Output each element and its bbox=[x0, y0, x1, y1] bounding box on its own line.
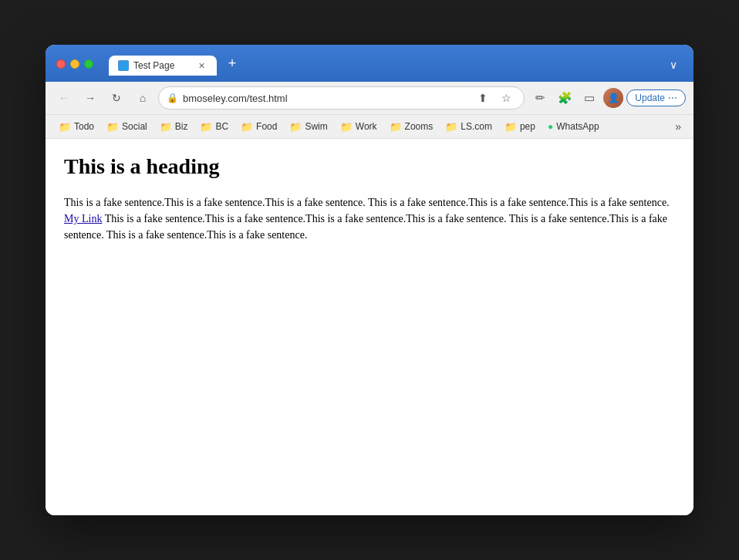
edit-button[interactable]: ✏ bbox=[529, 87, 551, 109]
page-heading: This is a heading bbox=[64, 154, 675, 179]
folder-icon: 📁 bbox=[160, 121, 172, 133]
tab-favicon bbox=[118, 60, 129, 71]
address-actions: ⬆ ☆ bbox=[473, 88, 516, 108]
tab-close-button[interactable]: ✕ bbox=[195, 59, 208, 72]
bookmark-social[interactable]: 📁 Social bbox=[101, 119, 153, 135]
nav-bar: ← → ↻ ⌂ 🔒 bmoseley.com/test.html ⬆ ☆ ✏ 🧩… bbox=[46, 82, 693, 115]
bookmark-swim-label: Swim bbox=[305, 121, 327, 132]
avatar-image: 👤 bbox=[603, 88, 623, 108]
sidebar-button[interactable]: ▭ bbox=[579, 87, 600, 109]
bookmark-work[interactable]: 📁 Work bbox=[335, 119, 383, 135]
minimize-button[interactable] bbox=[70, 59, 79, 69]
tab-title: Test Page bbox=[133, 60, 191, 71]
close-button[interactable] bbox=[56, 59, 66, 69]
whatsapp-icon: ● bbox=[548, 121, 553, 132]
reload-button[interactable]: ↻ bbox=[106, 87, 127, 109]
bookmark-social-label: Social bbox=[122, 121, 147, 132]
folder-icon: 📁 bbox=[289, 121, 302, 133]
update-more-icon: ⋯ bbox=[668, 93, 677, 103]
update-label: Update bbox=[635, 93, 665, 103]
new-tab-button[interactable]: + bbox=[221, 52, 243, 74]
profile-avatar[interactable]: 👤 bbox=[603, 88, 623, 108]
folder-icon: 📁 bbox=[504, 121, 517, 133]
address-text: bmoseley.com/test.html bbox=[183, 93, 468, 104]
paragraph-text-1: This is a fake sentence.This is a fake s… bbox=[64, 197, 670, 208]
paragraph-text-2: This is a fake sentence.This is a fake s… bbox=[64, 213, 667, 241]
bookmark-todo-label: Todo bbox=[74, 121, 94, 132]
bookmark-bc[interactable]: 📁 BC bbox=[194, 119, 234, 135]
bookmark-swim[interactable]: 📁 Swim bbox=[284, 119, 332, 135]
browser-window: Test Page ✕ + ∨ ← → ↻ ⌂ 🔒 bmoseley.com/t… bbox=[46, 45, 693, 515]
folder-icon: 📁 bbox=[390, 121, 402, 133]
bookmark-whatsapp[interactable]: ● WhatsApp bbox=[542, 119, 605, 134]
share-button[interactable]: ⬆ bbox=[473, 88, 493, 108]
bookmark-work-label: Work bbox=[356, 121, 377, 132]
tab-overflow-button[interactable]: ∨ bbox=[664, 56, 683, 74]
home-button[interactable]: ⌂ bbox=[132, 87, 154, 109]
page-link[interactable]: My Link bbox=[64, 213, 102, 224]
maximize-button[interactable] bbox=[84, 59, 93, 69]
forward-button[interactable]: → bbox=[79, 87, 101, 109]
bookmarks-overflow-button[interactable]: » bbox=[670, 118, 686, 135]
extensions-button[interactable]: 🧩 bbox=[554, 87, 575, 109]
folder-icon: 📁 bbox=[59, 121, 71, 133]
page-content: This is a heading This is a fake sentenc… bbox=[46, 139, 693, 515]
bookmark-lscom[interactable]: 📁 LS.com bbox=[440, 119, 498, 135]
bookmark-zooms-label: Zooms bbox=[405, 121, 434, 132]
bookmarks-bar: 📁 Todo 📁 Social 📁 Biz 📁 BC 📁 Food 📁 Swim… bbox=[46, 115, 693, 139]
bookmark-biz[interactable]: 📁 Biz bbox=[154, 119, 194, 135]
bookmark-whatsapp-label: WhatsApp bbox=[556, 121, 599, 132]
bookmark-food[interactable]: 📁 Food bbox=[235, 119, 282, 135]
update-button[interactable]: Update ⋯ bbox=[626, 89, 686, 106]
bookmark-biz-label: Biz bbox=[175, 121, 188, 132]
folder-icon: 📁 bbox=[200, 121, 212, 133]
lock-icon: 🔒 bbox=[167, 93, 178, 103]
bookmark-bc-label: BC bbox=[215, 121, 228, 132]
active-tab[interactable]: Test Page ✕ bbox=[109, 56, 217, 76]
bookmark-food-label: Food bbox=[256, 121, 277, 132]
folder-icon: 📁 bbox=[445, 121, 457, 133]
page-paragraph: This is a fake sentence.This is a fake s… bbox=[64, 194, 675, 243]
folder-icon: 📁 bbox=[106, 121, 119, 133]
bookmark-star-button[interactable]: ☆ bbox=[496, 88, 516, 108]
traffic-lights bbox=[56, 59, 93, 69]
back-button[interactable]: ← bbox=[53, 87, 75, 109]
bookmark-pep-label: pep bbox=[520, 121, 535, 132]
title-bar: Test Page ✕ + ∨ bbox=[46, 45, 693, 82]
address-bar[interactable]: 🔒 bmoseley.com/test.html ⬆ ☆ bbox=[158, 86, 525, 110]
toolbar-right: ✏ 🧩 ▭ 👤 Update ⋯ bbox=[529, 87, 686, 109]
tab-bar: Test Page ✕ + ∨ bbox=[109, 52, 683, 76]
bookmark-zooms[interactable]: 📁 Zooms bbox=[384, 119, 439, 135]
folder-icon: 📁 bbox=[340, 121, 353, 133]
bookmark-lscom-label: LS.com bbox=[461, 121, 492, 132]
bookmark-pep[interactable]: 📁 pep bbox=[499, 119, 541, 135]
bookmark-todo[interactable]: 📁 Todo bbox=[53, 119, 100, 135]
folder-icon: 📁 bbox=[241, 121, 253, 133]
